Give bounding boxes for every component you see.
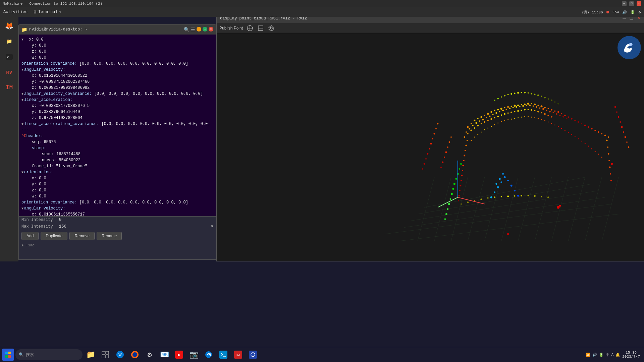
term-line: y: 0.0	[21, 43, 213, 49]
term-line: seq: 65676	[21, 139, 213, 145]
panel-buttons: Add Duplicate Remove Rename	[19, 230, 216, 242]
settings-icon[interactable]: ⚙	[638, 10, 641, 14]
taskbar-firefox[interactable]	[128, 348, 142, 361]
taskbar-edge[interactable]	[202, 348, 215, 361]
remove-button[interactable]: Remove	[69, 232, 95, 240]
svg-point-90	[536, 106, 537, 108]
svg-point-98	[562, 116, 564, 118]
publish-point-label: Publish Point	[219, 26, 243, 31]
svg-point-236	[565, 130, 566, 131]
nm-minimize[interactable]: —	[622, 1, 627, 6]
svg-point-63	[591, 128, 593, 130]
svg-point-202	[559, 205, 561, 207]
taskbar-vscode[interactable]	[217, 348, 230, 361]
term-tool-search[interactable]: 🔍	[184, 27, 190, 33]
nm-maximize[interactable]: □	[629, 1, 634, 6]
taskbar-app2[interactable]: IM	[231, 348, 245, 361]
svg-point-185	[450, 136, 452, 138]
svg-point-32	[487, 113, 489, 115]
sidebar-icon-terminal[interactable]: >_	[2, 50, 16, 64]
terminal-maximize-btn[interactable]: □	[203, 27, 207, 32]
svg-point-193	[616, 111, 618, 113]
taskbar-mail[interactable]: 📧	[158, 348, 171, 361]
svg-point-50	[547, 108, 549, 109]
terminal-close-btn[interactable]: ×	[209, 27, 213, 32]
term-line: w: 0.0	[21, 193, 213, 199]
taskbar-search[interactable]: 🔍 搜索	[15, 349, 83, 360]
volume-icon: 🔊	[592, 353, 597, 357]
nm-close[interactable]: ×	[637, 1, 641, 6]
svg-point-234	[558, 126, 559, 127]
svg-point-256	[521, 92, 522, 93]
svg-point-128	[465, 145, 467, 146]
activities-btn[interactable]: Activities	[3, 10, 28, 14]
settings-tool-icon[interactable]	[268, 24, 275, 32]
chevron-down-icon[interactable]: ▼	[211, 224, 213, 229]
taskbar-app1[interactable]: W	[113, 348, 127, 361]
svg-point-65	[598, 131, 599, 133]
svg-point-241	[581, 141, 582, 142]
svg-point-218	[504, 120, 505, 121]
svg-point-136	[460, 185, 461, 186]
sidebar-icon-im[interactable]: IM	[2, 80, 16, 95]
rviz-logo	[618, 36, 641, 59]
term-line: x: -0.0038031770382076 5	[21, 103, 213, 109]
taskbar-app3[interactable]	[246, 348, 260, 361]
rename-button[interactable]: Rename	[97, 232, 122, 240]
start-button[interactable]	[2, 349, 14, 361]
svg-point-67	[604, 135, 606, 136]
svg-point-209	[474, 137, 475, 138]
move-camera-icon[interactable]	[246, 24, 254, 32]
svg-point-178	[507, 180, 509, 181]
min-intensity-label: Min Intensity	[21, 218, 55, 222]
terminal-minimize-btn[interactable]: —	[197, 27, 201, 32]
sidebar-icon-files[interactable]: 📁	[2, 34, 16, 48]
taskbar-settings[interactable]: ⚙	[143, 348, 156, 361]
svg-point-105	[481, 123, 482, 124]
min-intensity-row: Min Intensity 0	[19, 217, 216, 223]
taskbar-clock[interactable]: 15:36 2023/7/7	[622, 351, 640, 359]
term-line: ▼linear_acceleration:	[21, 97, 213, 103]
terminal-menu-btn[interactable]: 🖥 Terminal ▾	[33, 10, 61, 15]
svg-point-198	[625, 136, 626, 138]
term-line: ^Cheader:	[21, 133, 213, 139]
svg-point-33	[490, 111, 492, 113]
taskbar-music[interactable]: ▶	[172, 348, 186, 361]
term-line: ▼angular_velocity:	[21, 205, 213, 212]
svg-rect-285	[102, 355, 105, 358]
duplicate-button[interactable]: Duplicate	[41, 232, 67, 240]
term-tool-menu[interactable]: ☰	[191, 27, 195, 33]
svg-point-203	[507, 233, 509, 235]
taskbar-camera[interactable]: 📷	[187, 348, 201, 361]
terminal-content[interactable]: ▼ x: 0.0 y: 0.0 z: 0.0 w: 0.0 orientatio…	[19, 35, 216, 218]
svg-point-37	[504, 107, 505, 108]
min-intensity-value: 0	[59, 218, 61, 222]
svg-point-147	[461, 203, 462, 205]
sidebar-icon-rviz[interactable]: RV	[2, 65, 16, 79]
svg-text:IM: IM	[236, 353, 240, 357]
svg-point-249	[497, 98, 499, 100]
svg-point-270	[433, 133, 435, 135]
svg-point-268	[437, 123, 438, 125]
svg-point-166	[452, 188, 454, 190]
svg-point-97	[559, 115, 560, 116]
taskbar-files[interactable]: 📁	[84, 348, 97, 361]
svg-rect-286	[106, 355, 109, 358]
pan-icon[interactable]	[257, 24, 264, 32]
terminal-window: 📁 nvidia@nvidia-desktop: ~ 🔍 ☰ — □ × ▼ x…	[18, 24, 216, 227]
taskbar-taskview[interactable]	[99, 348, 112, 361]
svg-point-41	[517, 105, 519, 106]
sidebar-icon-firefox[interactable]: 🦊	[2, 19, 16, 33]
svg-point-172	[444, 218, 446, 220]
svg-point-89	[533, 105, 534, 107]
svg-point-158	[534, 195, 536, 197]
svg-point-72	[475, 122, 477, 124]
svg-point-100	[464, 136, 465, 138]
svg-point-112	[504, 113, 505, 115]
language-icon: 中	[606, 352, 609, 357]
add-button[interactable]: Add	[21, 232, 39, 240]
svg-point-148	[467, 201, 469, 203]
svg-point-227	[534, 117, 535, 118]
search-icon: 🔍	[19, 352, 24, 357]
svg-point-156	[521, 195, 522, 196]
